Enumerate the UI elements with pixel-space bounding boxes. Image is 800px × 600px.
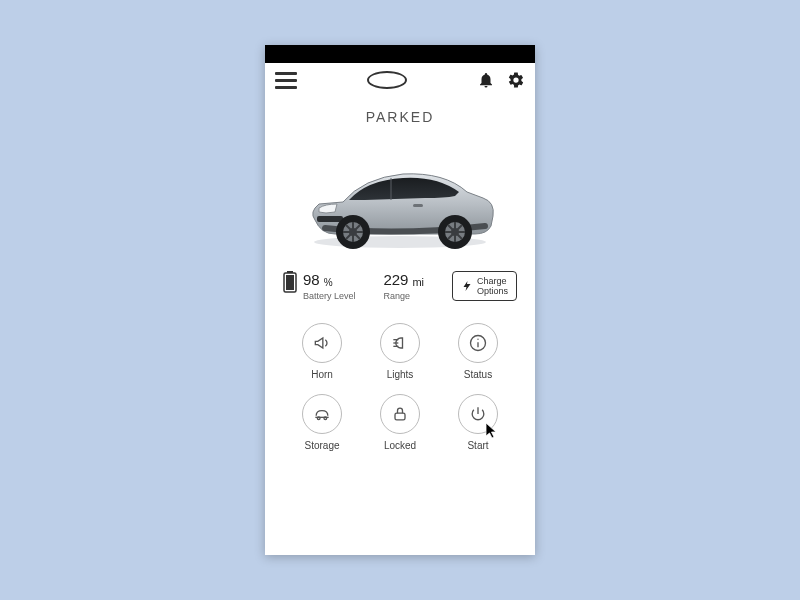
svg-rect-16: [413, 204, 423, 207]
storage-icon: [312, 404, 332, 424]
battery-value: 98: [303, 271, 320, 288]
settings-icon[interactable]: [507, 71, 525, 89]
lock-label: Locked: [384, 440, 416, 451]
lights-button[interactable]: Lights: [361, 323, 439, 380]
charge-options-button[interactable]: Charge Options: [452, 271, 517, 301]
info-icon: [468, 333, 488, 353]
battery-unit: %: [324, 277, 333, 288]
vehicle-image: [265, 133, 535, 263]
svg-rect-1: [317, 216, 343, 222]
storage-label: Storage: [304, 440, 339, 451]
start-button[interactable]: Start: [439, 394, 517, 451]
range-unit: mi: [412, 276, 424, 288]
menu-icon[interactable]: [275, 72, 297, 89]
status-button[interactable]: Status: [439, 323, 517, 380]
horn-icon: [312, 333, 332, 353]
svg-point-25: [477, 339, 478, 340]
phone-frame: PARKED: [265, 45, 535, 555]
battery-icon: [283, 271, 297, 293]
battery-stat: 98% Battery Level: [283, 271, 356, 301]
horn-label: Horn: [311, 369, 333, 380]
horn-button[interactable]: Horn: [283, 323, 361, 380]
actions-grid: Horn Lights Status Storage Locked: [265, 301, 535, 451]
lights-label: Lights: [387, 369, 414, 380]
stats-row: 98% Battery Level 229mi Range Charge Opt…: [265, 263, 535, 301]
battery-label: Battery Level: [303, 291, 356, 301]
range-value: 229: [383, 271, 408, 288]
svg-point-27: [324, 417, 327, 420]
lights-icon: [390, 333, 410, 353]
status-label: Status: [464, 369, 492, 380]
notifications-icon[interactable]: [477, 71, 495, 89]
charge-options-label: Charge Options: [477, 276, 508, 296]
device-status-bar: [265, 45, 535, 63]
bolt-icon: [461, 280, 473, 292]
topbar: [265, 63, 535, 95]
svg-point-26: [317, 417, 320, 420]
range-label: Range: [383, 291, 424, 301]
lock-button[interactable]: Locked: [361, 394, 439, 451]
svg-rect-28: [395, 413, 405, 420]
vehicle-status: PARKED: [265, 109, 535, 125]
storage-button[interactable]: Storage: [283, 394, 361, 451]
lock-icon: [390, 404, 410, 424]
brand-logo: [367, 71, 407, 89]
svg-rect-19: [286, 275, 294, 290]
power-icon: [468, 404, 488, 424]
range-stat: 229mi Range: [383, 271, 424, 301]
start-label: Start: [467, 440, 488, 451]
